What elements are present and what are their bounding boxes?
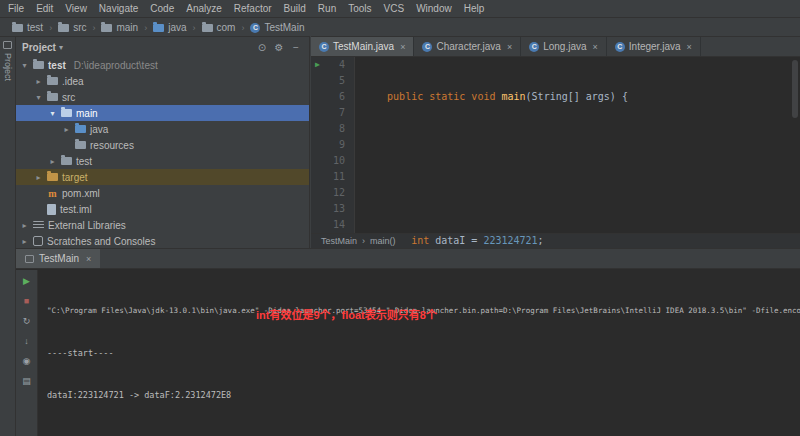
project-tool-button[interactable]: Project	[3, 53, 13, 81]
tree-item-scratches[interactable]: ▸ Scratches and Consoles	[16, 233, 309, 248]
tree-item-pom[interactable]: m pom.xml	[16, 185, 309, 201]
console-output[interactable]: "C:\Program Files\Java\jdk-13.0.1\bin\ja…	[38, 270, 800, 436]
console-icon	[25, 255, 34, 263]
file-icon	[47, 204, 56, 215]
menu-navigate[interactable]: Navigate	[93, 3, 144, 14]
menu-vcs[interactable]: VCS	[378, 3, 411, 14]
tab-label: Long.java	[543, 41, 586, 52]
expand-arrow-icon[interactable]: ▸	[34, 173, 43, 182]
tree-item-label: main	[76, 108, 98, 119]
breadcrumb: test › src › main › java › com › CTestMa…	[0, 19, 800, 36]
breadcrumb-label: java	[168, 22, 186, 33]
project-tool-icon[interactable]	[3, 41, 12, 49]
tree-item-main[interactable]: ▾ main	[16, 105, 309, 121]
breadcrumb-com[interactable]: com	[200, 22, 238, 33]
left-tool-strip: Project	[0, 36, 16, 436]
menu-tools[interactable]: Tools	[342, 3, 377, 14]
tree-item-idea[interactable]: ▸ .idea	[16, 73, 309, 89]
line-number: 11	[311, 169, 345, 185]
tree-item-label: java	[90, 124, 108, 135]
close-icon[interactable]: ×	[507, 42, 512, 52]
menu-window[interactable]: Window	[410, 3, 458, 14]
chevron-right-icon: ›	[140, 23, 151, 33]
stop-button[interactable]: ■	[20, 295, 34, 308]
code-line-4: public static void main(String[] args) {	[355, 89, 800, 105]
tree-item-test-src[interactable]: ▸ test	[16, 153, 309, 169]
expand-arrow-icon[interactable]: ▸	[62, 125, 71, 134]
tree-item-src[interactable]: ▾ src	[16, 89, 309, 105]
hide-panel-icon[interactable]: −	[289, 42, 303, 53]
tab-character-java[interactable]: C Character.java ×	[414, 37, 521, 56]
tree-item-test-root[interactable]: ▾ test D:\ideaproduct\test	[16, 57, 309, 73]
project-tree: ▾ test D:\ideaproduct\test ▸ .idea ▾ src…	[16, 57, 309, 248]
tree-item-java[interactable]: ▸ java	[16, 121, 309, 137]
tab-long-java[interactable]: C Long.java ×	[521, 37, 607, 56]
chevron-down-icon: ▾	[59, 43, 63, 52]
folder-icon	[47, 93, 58, 101]
run-panel-header: TestMain ×	[16, 249, 800, 269]
line-number: 14	[311, 217, 345, 233]
close-icon[interactable]: ×	[86, 254, 91, 264]
expand-arrow-icon[interactable]: ▾	[48, 109, 57, 118]
tree-item-target[interactable]: ▸ target	[16, 169, 309, 185]
code-editor[interactable]: ▶ 4 5 6 7 8 9 10 11 12 13 14 public stat…	[311, 57, 800, 233]
breadcrumb-main[interactable]: main	[99, 22, 140, 33]
editor-area: C TestMain.java × C Character.java × C L…	[311, 36, 800, 248]
run-toolbar: ▶ ■ ↻ ↓ ◉ ▤	[16, 270, 38, 436]
scroll-to-end-icon[interactable]: ↓	[20, 335, 34, 348]
tree-item-label: src	[62, 92, 75, 103]
line-number: 7	[311, 105, 345, 121]
expand-arrow-icon[interactable]: ▸	[48, 157, 57, 166]
clear-console-icon[interactable]: ▤	[20, 375, 34, 388]
breadcrumb-test[interactable]: test	[10, 22, 45, 33]
line-number: 5	[311, 73, 345, 89]
menu-analyze[interactable]: Analyze	[180, 3, 228, 14]
breadcrumb-testmain[interactable]: CTestMain	[248, 22, 306, 33]
tree-item-label: test.iml	[60, 204, 92, 215]
breadcrumb-src[interactable]: src	[56, 22, 88, 33]
tab-integer-java[interactable]: C Integer.java ×	[607, 37, 701, 56]
tree-item-label: pom.xml	[62, 188, 100, 199]
run-tab-testmain[interactable]: TestMain ×	[16, 249, 100, 268]
code-line-6	[355, 185, 800, 201]
chevron-right-icon: ›	[88, 23, 99, 33]
package-icon	[202, 24, 213, 32]
collapse-all-icon[interactable]: ⊙	[255, 42, 269, 53]
source-folder-icon	[153, 24, 164, 32]
menu-build[interactable]: Build	[278, 3, 312, 14]
project-panel-title[interactable]: Project	[22, 42, 56, 53]
expand-arrow-icon[interactable]: ▸	[20, 237, 29, 246]
tab-testmain-java[interactable]: C TestMain.java ×	[311, 37, 414, 56]
pin-icon[interactable]: ◉	[20, 355, 34, 368]
line-number: 13	[311, 201, 345, 217]
tree-item-resources[interactable]: resources	[16, 137, 309, 153]
tree-item-external-libraries[interactable]: ▸ External Libraries	[16, 217, 309, 233]
run-gutter-icon[interactable]: ▶	[315, 60, 320, 70]
close-icon[interactable]: ×	[687, 42, 692, 52]
menu-run[interactable]: Run	[312, 3, 342, 14]
class-icon: C	[250, 23, 260, 33]
close-icon[interactable]: ×	[400, 42, 405, 52]
code-line-7: int dataI = 223124721;	[355, 233, 800, 249]
tree-item-iml[interactable]: test.iml	[16, 201, 309, 217]
rerun-button[interactable]: ▶	[20, 275, 34, 288]
project-panel-header: Project ▾ ⊙ ⚙ −	[16, 37, 309, 57]
expand-arrow-icon[interactable]: ▾	[20, 61, 29, 70]
menu-code[interactable]: Code	[144, 3, 180, 14]
breadcrumb-java[interactable]: java	[151, 22, 188, 33]
breadcrumb-class[interactable]: TestMain	[321, 236, 357, 246]
folder-icon	[12, 24, 23, 32]
expand-arrow-icon[interactable]: ▸	[20, 221, 29, 230]
menu-file[interactable]: File	[2, 3, 30, 14]
expand-arrow-icon[interactable]: ▸	[34, 77, 43, 86]
menu-refactor[interactable]: Refactor	[228, 3, 278, 14]
editor-scrollbar[interactable]	[792, 60, 798, 118]
restart-icon[interactable]: ↻	[20, 315, 34, 328]
menu-edit[interactable]: Edit	[30, 3, 59, 14]
tab-label: TestMain.java	[333, 41, 394, 52]
menu-view[interactable]: View	[59, 3, 93, 14]
gear-icon[interactable]: ⚙	[272, 42, 286, 53]
close-icon[interactable]: ×	[593, 42, 598, 52]
menu-help[interactable]: Help	[458, 3, 491, 14]
expand-arrow-icon[interactable]: ▾	[34, 93, 43, 102]
